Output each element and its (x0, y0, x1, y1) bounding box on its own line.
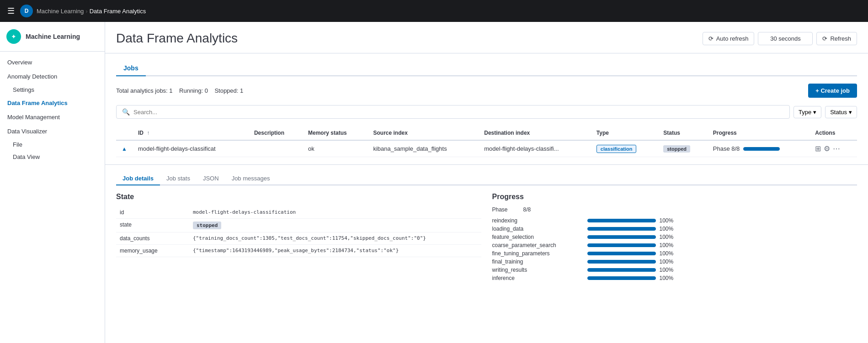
app-layout: ✦ Machine Learning Overview Anomaly Dete… (0, 22, 868, 343)
auto-refresh-label: Auto refresh (716, 35, 749, 42)
state-key: id (116, 206, 189, 219)
sidebar-header: ✦ Machine Learning (0, 22, 105, 52)
sidebar-item-settings[interactable]: Settings (0, 84, 105, 96)
row-id: model-flight-delays-classificat (133, 140, 249, 157)
breadcrumb-separator: › (85, 8, 87, 15)
sidebar-nav: Overview Anomaly Detection Settings Data… (0, 52, 105, 167)
search-input-wrap: 🔍 (116, 105, 790, 119)
progress-bars: reindexing 100% loading_data 100% featur… (492, 217, 857, 281)
progress-phase-label: Phase 8/8 (713, 145, 740, 152)
auto-refresh-button[interactable]: ⟳ Auto refresh (703, 32, 755, 45)
detail-tab-job-stats[interactable]: Job stats (160, 172, 197, 185)
page-title: Data Frame Analytics (116, 31, 703, 46)
tab-jobs[interactable]: Jobs (116, 61, 146, 76)
search-icon: 🔍 (122, 108, 130, 116)
jobs-tabs: Jobs (116, 61, 857, 76)
breadcrumb: Machine Learning › Data Frame Analytics (37, 8, 146, 15)
header-controls: ⟳ Auto refresh 30 seconds ⟳ Refresh (703, 32, 857, 45)
sidebar-item-model-management[interactable]: Model Management (0, 110, 105, 124)
state-row: statestopped (116, 219, 481, 232)
progress-bar-lg (587, 252, 656, 255)
search-row: 🔍 Type ▾ Status ▾ (116, 105, 857, 119)
avatar[interactable]: D (20, 5, 33, 17)
refresh-button[interactable]: ⟳ Refresh (816, 32, 857, 45)
progress-bar-lg-fill (587, 268, 656, 272)
page-header: Data Frame Analytics ⟳ Auto refresh 30 s… (105, 22, 868, 53)
row-source-index: kibana_sample_data_flights (367, 140, 479, 157)
progress-bar-lg (587, 260, 656, 264)
chevron-down-icon: ▾ (813, 109, 816, 116)
edit-icon[interactable]: ⚙ (824, 144, 830, 153)
sidebar-item-file[interactable]: File (0, 138, 105, 151)
state-key: memory_usage (116, 245, 189, 257)
sidebar-item-data-frame-analytics[interactable]: Data Frame Analytics (0, 96, 105, 110)
progress-pct-label: 100% (660, 267, 674, 273)
progress-bar-lg (587, 276, 656, 280)
col-destination-index: Destination index (479, 126, 591, 140)
sidebar-item-overview[interactable]: Overview (0, 55, 105, 69)
row-destination-index: model-flight-delays-classifi... (479, 140, 591, 157)
col-expand (116, 126, 133, 140)
col-type: Type (591, 126, 658, 140)
state-badge: stopped (193, 222, 221, 229)
state-value: {"training_docs_count":1305,"test_docs_c… (189, 232, 481, 245)
create-job-button[interactable]: + Create job (808, 84, 857, 98)
state-row: data_counts{"training_docs_count":1305,"… (116, 232, 481, 245)
status-badge: stopped (663, 145, 690, 153)
col-status: Status (658, 126, 708, 140)
state-table: idmodel-flight-delays-classificationstat… (116, 206, 481, 257)
progress-bar-lg-fill (587, 260, 656, 264)
col-id[interactable]: ID ↑ (133, 126, 249, 140)
detail-tabs: Job details Job stats JSON Job messages (116, 172, 857, 185)
action-icons: ⊞ ⚙ ⋯ (815, 144, 852, 153)
progress-pct-label: 100% (660, 226, 674, 232)
type-filter-label: Type (799, 109, 811, 116)
stats-text: Total analytics jobs: 1 Running: 0 Stopp… (116, 87, 243, 94)
row-type: classification (591, 140, 658, 157)
col-progress: Progress (708, 126, 810, 140)
status-filter-button[interactable]: Status ▾ (825, 106, 857, 118)
progress-row-item: writing_results 100% (492, 267, 857, 273)
progress-bar-outer (743, 147, 780, 151)
progress-row-item: inference 100% (492, 275, 857, 281)
menu-icon[interactable]: ☰ (5, 4, 16, 18)
sidebar-item-data-view[interactable]: Data View (0, 151, 105, 163)
progress-pct-label: 100% (660, 217, 674, 224)
row-description (249, 140, 303, 157)
row-actions: ⊞ ⚙ ⋯ (809, 140, 857, 157)
sidebar-item-anomaly-detection[interactable]: Anomaly Detection (0, 69, 105, 84)
jobs-table: ID ↑ Description Memory status Source in… (116, 126, 857, 157)
more-icon[interactable]: ⋯ (833, 144, 840, 153)
sidebar-item-data-visualizer[interactable]: Data Visualizer (0, 124, 105, 138)
row-expand[interactable]: ▲ (116, 140, 133, 157)
progress-bar-label: fine_tuning_parameters (492, 250, 584, 257)
state-row: idmodel-flight-delays-classification (116, 206, 481, 219)
progress-bar-lg (587, 219, 656, 222)
type-filter-button[interactable]: Type ▾ (793, 106, 821, 118)
col-actions: Actions (809, 126, 857, 140)
progress-pct-label: 100% (660, 275, 674, 281)
breadcrumb-parent[interactable]: Machine Learning (37, 8, 84, 15)
breadcrumb-current: Data Frame Analytics (90, 8, 146, 15)
progress-row-item: reindexing 100% (492, 217, 857, 224)
state-value: stopped (189, 219, 481, 232)
phase-label: Phase (492, 206, 520, 213)
state-section: State idmodel-flight-delays-classificati… (116, 193, 481, 283)
expand-icon[interactable]: ▲ (122, 146, 127, 152)
detail-tab-job-details[interactable]: Job details (116, 172, 160, 185)
detail-tab-json[interactable]: JSON (197, 172, 225, 185)
detail-tab-job-messages[interactable]: Job messages (225, 172, 277, 185)
sidebar-logo-icon: ✦ (6, 29, 21, 44)
progress-pct-label: 100% (660, 250, 674, 257)
progress-bar-wrap: Phase 8/8 (713, 145, 804, 152)
table-body: ▲ model-flight-delays-classificat ok kib… (116, 140, 857, 157)
search-input[interactable] (133, 109, 784, 116)
progress-bar-lg (587, 227, 656, 231)
progress-bar-lg-fill (587, 243, 656, 247)
running-label: Running: 0 (179, 87, 208, 94)
state-row: memory_usage{"timestamp":1643193446989,"… (116, 245, 481, 257)
row-status: stopped (658, 140, 708, 157)
col-description: Description (249, 126, 303, 140)
stopped-label: Stopped: 1 (214, 87, 243, 94)
table-icon[interactable]: ⊞ (815, 144, 821, 153)
